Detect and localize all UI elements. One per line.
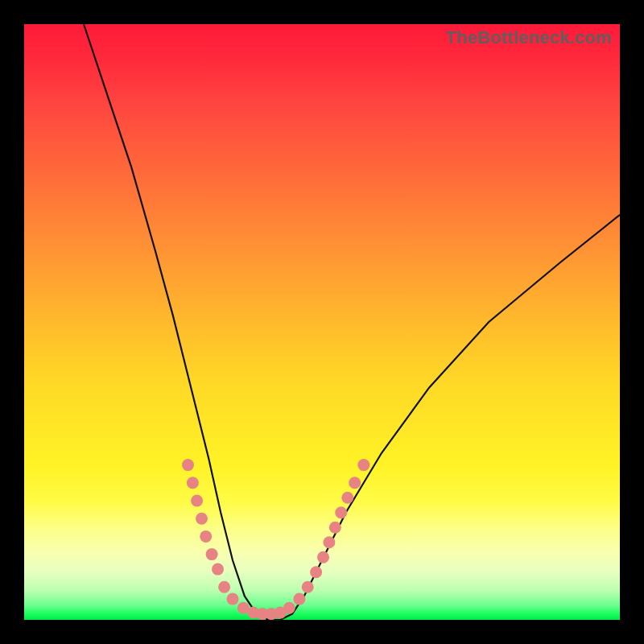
curve-dot	[196, 513, 208, 525]
outer-frame: TheBottleneck.com	[0, 0, 644, 644]
curve-dot	[212, 564, 224, 576]
curve-dot	[283, 602, 295, 614]
curve-dot	[187, 477, 199, 489]
curve-dot	[218, 581, 230, 593]
curve-dot	[302, 581, 314, 593]
curve-dot	[341, 492, 353, 504]
curve-dot	[182, 459, 194, 471]
curve-dot	[317, 551, 329, 564]
bottleneck-curve	[84, 24, 620, 620]
curve-dot	[206, 548, 218, 560]
plot-area: TheBottleneck.com	[24, 24, 620, 620]
curve-dot	[191, 495, 203, 507]
chart-svg	[24, 24, 620, 620]
curve-dot	[200, 530, 212, 543]
curve-dot	[335, 506, 347, 518]
curve-dot	[323, 536, 335, 548]
curve-dots	[182, 459, 369, 620]
curve-dot	[349, 477, 361, 489]
curve-dot	[310, 566, 322, 578]
curve-dot	[357, 459, 369, 471]
curve-dot	[329, 522, 341, 534]
curve-dot	[227, 593, 239, 605]
curve-dot	[293, 593, 305, 605]
